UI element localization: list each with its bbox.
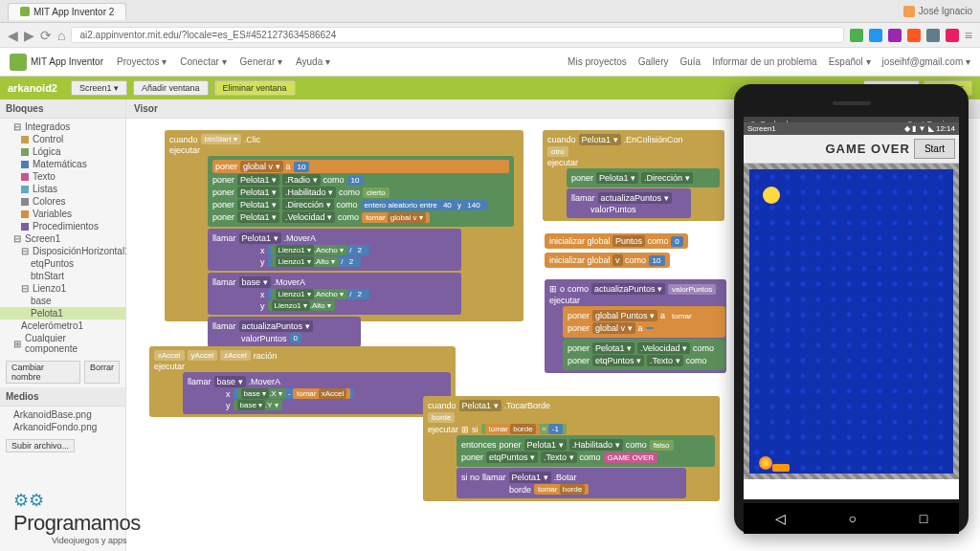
menu-icon[interactable]: ≡ [965, 28, 972, 43]
link-guia[interactable]: Guía [679, 56, 701, 67]
back-nav-icon[interactable]: ◁ [775, 511, 786, 526]
comp-acelerometro[interactable]: Acelerómetro1 [0, 320, 125, 332]
screen-label: Screen1 [747, 124, 776, 133]
ball-sprite [763, 187, 780, 204]
recent-nav-icon[interactable]: □ [920, 511, 927, 526]
ext-icon[interactable] [907, 29, 921, 42]
ext-icon[interactable] [946, 29, 959, 42]
browser-tab[interactable]: MIT App Inventor 2 [8, 3, 126, 20]
upload-button[interactable]: Subir archivo... [6, 439, 75, 452]
url-bar: ◀ ▶ ⟳ ⌂ ai2.appinventor.mit.edu/?locale=… [0, 23, 980, 48]
comp-lienzo[interactable]: ⊟ Lienzo1 [0, 282, 125, 295]
home-icon[interactable]: ⌂ [57, 28, 65, 43]
watermark: ⚙⚙ Programamos Videojuegos y apps [13, 490, 141, 545]
gears-icon: ⚙⚙ [13, 490, 44, 511]
app-header: MIT App Inventor Proyectos ▾ Conectar ▾ … [0, 48, 980, 77]
delete-button[interactable]: Borrar [84, 361, 120, 384]
android-nav: ◁ ○ □ [744, 503, 959, 534]
sidebar: Bloques ⊟ Integrados Control Lógica Mate… [0, 99, 126, 551]
comp-base[interactable]: base [0, 295, 125, 307]
link-report[interactable]: Informar de un problema [712, 56, 817, 67]
tab-title: MIT App Inventor 2 [33, 7, 114, 17]
menu-ayuda[interactable]: Ayuda ▾ [296, 56, 330, 67]
media-item[interactable]: ArkanoidFondo.png [0, 421, 125, 433]
paddle-sprite [772, 464, 790, 472]
block-procedure[interactable]: ⊞ o como actualizaPuntos ▾ valorPuntos e… [545, 279, 726, 373]
phone-speaker [833, 101, 871, 105]
app-name: MIT App Inventor [31, 56, 103, 67]
watermark-brand: Programamos [13, 511, 141, 536]
url-input[interactable]: ai2.appinventor.mit.edu/?locale=es_ES#45… [71, 27, 843, 43]
game-over-label: GAME OVER [825, 142, 909, 156]
cat-control[interactable]: Control [0, 133, 125, 145]
menu-generar[interactable]: Generar ▾ [240, 56, 282, 67]
browser-user[interactable]: José Ignacio [903, 6, 972, 17]
cat-listas[interactable]: Listas [0, 183, 125, 195]
fire-sprite [759, 456, 772, 470]
browser-tabs: MIT App Inventor 2 José Ignacio [0, 0, 980, 23]
ext-icon[interactable] [869, 29, 882, 42]
screen-node[interactable]: ⊟ Screen1 [0, 232, 125, 245]
tab-favicon [20, 7, 30, 16]
logo-icon [10, 54, 27, 71]
game-canvas[interactable] [744, 164, 959, 479]
cat-colores[interactable]: Colores [0, 195, 125, 208]
account-menu[interactable]: joseihf@gmail.com ▾ [882, 56, 970, 67]
media-item[interactable]: ArkanoidBase.png [0, 408, 125, 421]
ext-icon[interactable] [850, 29, 863, 42]
screen-select[interactable]: Screen1 ▾ [71, 80, 127, 96]
ext-icon[interactable] [888, 29, 902, 42]
block-event-edge[interactable]: cuando Pelota1 ▾.TocarBorde borde ejecut… [423, 396, 720, 501]
any-component[interactable]: ⊞ Cualquier componente [0, 332, 125, 355]
game-header: GAME OVER Start [744, 135, 959, 164]
builtin-node[interactable]: ⊟ Integrados [0, 121, 125, 133]
home-nav-icon[interactable]: ○ [849, 511, 857, 526]
phone-preview: ◉ Grabadora Cast Device Screen1 ◆ ▮ ▼ ◣ … [734, 84, 969, 534]
remove-screen-button[interactable]: Eliminar ventana [214, 80, 296, 96]
reload-icon[interactable]: ⟳ [40, 28, 52, 43]
cat-matematicas[interactable]: Matemáticas [0, 158, 125, 170]
watermark-sub: Videojuegos y apps [52, 536, 141, 545]
media-title: Medios [0, 387, 125, 407]
user-name: José Ignacio [919, 6, 972, 16]
cat-texto[interactable]: Texto [0, 170, 125, 183]
comp-pelota[interactable]: Pelota1 [0, 307, 125, 320]
block-event-collision[interactable]: cuando Pelota1 ▾.EnColisiónCon otro ejec… [543, 130, 724, 221]
start-button[interactable]: Start [914, 139, 955, 159]
back-icon[interactable]: ◀ [8, 28, 18, 43]
add-screen-button[interactable]: Añadir ventana [133, 80, 209, 96]
menu-proyectos[interactable]: Proyectos ▾ [117, 56, 167, 67]
comp-etqpuntos[interactable]: etqPuntos [0, 257, 125, 270]
status-time: ◆ ▮ ▼ ◣ 12:14 [904, 124, 955, 133]
link-gallery[interactable]: Gallery [638, 56, 669, 67]
blocks-panel-title: Bloques [0, 99, 125, 119]
logo[interactable]: MIT App Inventor [10, 54, 103, 71]
block-global-puntos[interactable]: inicializar global Puntos como 0 [545, 233, 688, 249]
link-mis-proyectos[interactable]: Mis proyectos [568, 56, 627, 67]
cat-logica[interactable]: Lógica [0, 145, 125, 158]
status-bar: Screen1 ◆ ▮ ▼ ◣ 12:14 [744, 122, 959, 135]
phone-screen: Screen1 ◆ ▮ ▼ ◣ 12:14 GAME OVER Start [744, 122, 959, 499]
user-icon [903, 6, 915, 17]
block-global-v[interactable]: inicializar global v como 10 [545, 253, 670, 268]
comp-btnstart[interactable]: btnStart [0, 270, 125, 282]
comp-disposicion[interactable]: ⊟ DisposiciónHorizontal1 [0, 245, 125, 257]
menu-conectar[interactable]: Conectar ▾ [180, 56, 226, 67]
cat-procedimientos[interactable]: Procedimientos [0, 220, 125, 232]
forward-icon[interactable]: ▶ [24, 28, 34, 43]
rename-button[interactable]: Cambiar nombre [6, 361, 80, 384]
project-name: arkanoid2 [8, 82, 57, 94]
lang-select[interactable]: Español ▾ [829, 56, 871, 67]
ext-icon[interactable] [926, 29, 940, 42]
cat-variables[interactable]: Variables [0, 208, 125, 220]
block-event-accel[interactable]: xAccel yAccel zAccel ración ejecutar lla… [149, 346, 456, 417]
block-event-click[interactable]: cuando btnStart ▾ .Clic ejecutar poner g… [165, 130, 523, 321]
